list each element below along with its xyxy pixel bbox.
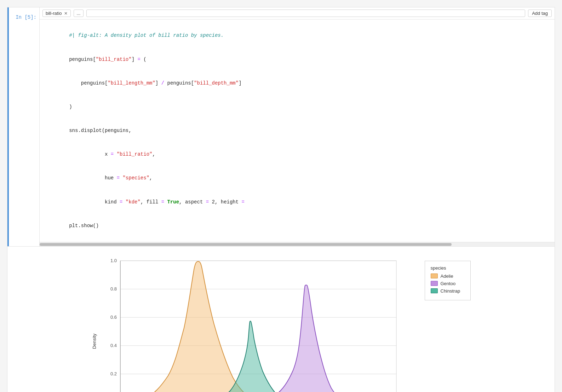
- code-line-6: x = "bill_ratio",: [45, 143, 549, 166]
- legend-item-adelie: Adelie: [431, 273, 465, 279]
- cell-label: In [5]:: [16, 12, 36, 20]
- tag-input[interactable]: [86, 10, 525, 17]
- chart-wrapper: Density 0.0 0.2 0.4 0.6: [92, 254, 418, 392]
- notebook-cell: In [5]: bill-ratio ✕ ... Add tag #| fig-…: [7, 7, 555, 247]
- tag-label: bill-ratio: [46, 11, 62, 16]
- cell-content: bill-ratio ✕ ... Add tag #| fig-alt: A d…: [39, 7, 555, 246]
- plot-area: Density 0.0 0.2 0.4 0.6: [92, 254, 471, 392]
- legend-label-chinstrap: Chinstrap: [441, 288, 460, 294]
- toolbar-dots-button[interactable]: ...: [74, 10, 84, 17]
- legend-swatch-gentoo: [431, 281, 438, 286]
- code-line-4: ): [45, 95, 549, 119]
- plot-container: Density 0.0 0.2 0.4 0.6: [7, 247, 555, 392]
- code-line-1: #| fig-alt: A density plot of bill ratio…: [45, 24, 549, 47]
- code-line-9: plt.show(): [45, 214, 549, 237]
- code-line-7: hue = "species",: [45, 166, 549, 190]
- main-chart: 0.0 0.2 0.4 0.6 0.8 1.0 1.5 2.0 2.5 3.0 …: [99, 254, 418, 392]
- svg-text:0.4: 0.4: [110, 343, 116, 348]
- horizontal-scrollbar[interactable]: [40, 242, 555, 246]
- svg-text:0.6: 0.6: [110, 315, 116, 320]
- cell-toolbar: bill-ratio ✕ ... Add tag: [40, 7, 555, 19]
- tag-close-icon[interactable]: ✕: [64, 11, 68, 16]
- code-area: #| fig-alt: A density plot of bill ratio…: [40, 19, 555, 242]
- legend-swatch-chinstrap: [431, 288, 438, 293]
- add-tag-button[interactable]: Add tag: [528, 10, 552, 17]
- code-line-3: penguins["bill_length_mm"] / penguins["b…: [45, 71, 549, 95]
- legend-label-adelie: Adelie: [441, 273, 453, 279]
- svg-text:0.8: 0.8: [110, 286, 116, 292]
- scrollbar-thumb[interactable]: [40, 243, 452, 246]
- legend-swatch-adelie: [431, 273, 438, 278]
- code-line-8: kind = "kde", fill = True, aspect = 2, h…: [45, 190, 549, 214]
- svg-text:0.2: 0.2: [110, 371, 116, 376]
- svg-text:1.0: 1.0: [110, 258, 116, 263]
- y-axis-label: Density: [92, 334, 97, 349]
- cell-gutter: In [5]:: [7, 7, 39, 246]
- legend-title: species: [431, 265, 465, 271]
- legend-item-gentoo: Gentoo: [431, 281, 465, 286]
- chart-inner: 0.0 0.2 0.4 0.6 0.8 1.0 1.5 2.0 2.5 3.0 …: [99, 254, 418, 392]
- code-line-5: sns.displot(penguins,: [45, 119, 549, 143]
- legend-item-chinstrap: Chinstrap: [431, 288, 465, 294]
- legend-label-gentoo: Gentoo: [441, 281, 456, 286]
- code-line-2: penguins["bill_ratio"] = (: [45, 47, 549, 71]
- tag-pill: bill-ratio ✕: [42, 10, 71, 17]
- legend-box: species Adelie Gentoo Chinstrap: [425, 261, 471, 300]
